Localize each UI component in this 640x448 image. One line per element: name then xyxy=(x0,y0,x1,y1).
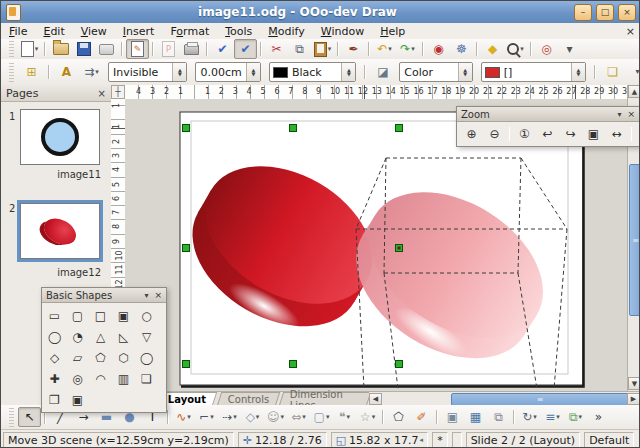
block-arc-icon[interactable]: ◠ xyxy=(89,368,112,389)
spinner-icon[interactable]: ▲▼ xyxy=(571,63,585,81)
save-icon[interactable] xyxy=(72,39,95,59)
regular-pentagon-icon[interactable]: ⬠ xyxy=(89,347,112,368)
menu-format[interactable]: Format xyxy=(162,25,217,38)
frame-icon[interactable]: ▣ xyxy=(66,389,89,410)
diamond-icon[interactable]: ◇ xyxy=(43,347,66,368)
square-icon[interactable]: □ xyxy=(89,305,112,326)
zoom-palette-titlebar[interactable]: Zoom ▾ × xyxy=(457,107,639,122)
dropdown-arrow-icon[interactable]: ▾ xyxy=(328,45,332,53)
symbol-shapes-icon[interactable]: ☺▾ xyxy=(264,407,287,427)
menu-edit[interactable]: Edit xyxy=(35,25,72,38)
cube-icon[interactable]: ❏ xyxy=(135,368,158,389)
zoom-page-icon[interactable]: ▣ xyxy=(582,124,605,144)
rectangle-icon[interactable]: ▭ xyxy=(43,305,66,326)
line-width-spinbox[interactable]: 0.00cm ▲▼ xyxy=(195,62,261,82)
menu-view[interactable]: View xyxy=(73,25,115,38)
gallery-icon[interactable]: ◆ xyxy=(481,39,504,59)
circle-icon[interactable]: ○ xyxy=(135,305,158,326)
open-icon[interactable] xyxy=(49,39,72,59)
dropdown-arrow-icon[interactable]: ▾ xyxy=(302,413,306,421)
undo-icon[interactable]: ↶▾ xyxy=(373,39,396,59)
object-zoom-icon[interactable]: ▦ xyxy=(635,124,640,144)
glue-points-icon[interactable]: ✐ xyxy=(410,407,433,427)
page-thumbnail-1[interactable] xyxy=(20,109,100,165)
dropdown-arrow-icon[interactable]: ▾ xyxy=(346,413,350,421)
titlebar[interactable]: image11.odg - OOo-dev Draw – □ × xyxy=(1,1,640,24)
redo-icon[interactable]: ↷▾ xyxy=(396,39,419,59)
dropdown-arrow-icon[interactable]: ▾ xyxy=(388,45,392,53)
rotate-icon[interactable]: ↻▾ xyxy=(518,407,541,427)
toolbar-options-icon[interactable]: ▾ xyxy=(558,39,581,59)
ruler-origin-button[interactable]: ┼ xyxy=(111,85,125,99)
dropdown-arrow-icon[interactable]: ▾ xyxy=(533,413,537,421)
select-icon[interactable]: ↖ xyxy=(18,407,41,427)
dropdown-arrow-icon[interactable]: ▾ xyxy=(210,413,214,421)
dropdown-arrow-icon[interactable]: ▾ xyxy=(95,68,99,76)
display-grid-icon[interactable]: ⊞ xyxy=(20,62,43,82)
shadow-icon[interactable]: ❏ xyxy=(601,62,624,82)
toolbar-options-icon[interactable]: ▾ xyxy=(626,62,640,82)
gallery-drawing-icon[interactable]: ⧉ xyxy=(487,407,510,427)
fill-color-icon[interactable]: ◪ xyxy=(371,62,394,82)
dropdown-arrow-icon[interactable]: ▾ xyxy=(35,45,39,53)
fontwork-icon[interactable]: ▣ xyxy=(441,407,464,427)
circle-pie-icon[interactable]: ◔ xyxy=(66,326,89,347)
parallelogram-icon[interactable]: ▱ xyxy=(66,347,89,368)
zoom-100-icon[interactable]: ① xyxy=(513,124,536,144)
dropdown-arrow-icon[interactable]: ▾ xyxy=(281,413,285,421)
ellipse-icon[interactable]: ◯ xyxy=(43,326,66,347)
spinner-icon[interactable]: ▲▼ xyxy=(458,63,472,81)
menu-modify[interactable]: Modify xyxy=(260,25,312,38)
tab-dimension-lines[interactable]: Dimension Lines xyxy=(279,392,372,406)
horizontal-ruler[interactable]: 4321123456789101112131415161718192021222… xyxy=(125,85,627,100)
palette-menu-icon[interactable]: ▾ xyxy=(144,291,148,300)
dropdown-arrow-icon[interactable]: ▾ xyxy=(520,45,524,53)
spinner-icon[interactable]: ▲▼ xyxy=(341,63,355,81)
minimize-button[interactable]: – xyxy=(574,4,592,21)
close-icon[interactable]: × xyxy=(154,290,162,300)
scroll-right-icon[interactable]: ▶ xyxy=(627,393,640,405)
tab-controls[interactable]: Controls xyxy=(216,392,280,406)
block-arrows-icon[interactable]: ⇔▾ xyxy=(287,407,310,427)
dropdown-arrow-icon[interactable]: ▾ xyxy=(233,413,237,421)
fill-type-combobox[interactable]: Color ▲▼ xyxy=(399,62,472,82)
scroll-left-icon[interactable]: ◀ xyxy=(369,393,382,405)
paste-icon[interactable]: ▾ xyxy=(311,39,334,59)
cylinder-icon[interactable]: ▥ xyxy=(112,368,135,389)
line-style-combobox[interactable]: Invisible ▲▼ xyxy=(108,62,187,82)
page-thumbnail-2[interactable] xyxy=(20,203,100,259)
flowcharts-icon[interactable]: ▢▾ xyxy=(310,407,333,427)
ring-icon[interactable]: ◎ xyxy=(66,368,89,389)
menu-insert[interactable]: Insert xyxy=(115,25,163,38)
zoom-previous-icon[interactable]: ↩ xyxy=(536,124,559,144)
octagon-icon[interactable]: ◯ xyxy=(135,347,158,368)
arrange-icon[interactable]: ⧉▾ xyxy=(564,407,587,427)
spinner-icon[interactable]: ▲▼ xyxy=(172,63,186,81)
basic-shapes-palette[interactable]: Basic Shapes ▾ × ▭▢□▣○◯◔△◺▽◇▱⬠⬡◯✚◎◠▥❏❐▣ xyxy=(41,287,167,413)
maximize-button[interactable]: □ xyxy=(596,4,614,21)
curve-icon[interactable]: ∿▾ xyxy=(172,407,195,427)
zoom-icon[interactable]: ▾ xyxy=(504,39,527,59)
close-icon[interactable]: × xyxy=(627,109,635,119)
edit-file-icon[interactable]: ✎ xyxy=(126,39,149,59)
close-icon[interactable]: × xyxy=(98,88,106,99)
connector-icon[interactable]: ⌐▾ xyxy=(195,407,218,427)
basic-shapes-icon[interactable]: ◇▾ xyxy=(241,407,264,427)
isosceles-triangle-icon[interactable]: △ xyxy=(89,326,112,347)
slide-indicator[interactable]: Slide 2 / 2 (Layout) xyxy=(466,432,581,448)
cut-icon[interactable]: ✂ xyxy=(265,39,288,59)
rounded-rectangle-icon[interactable]: ▢ xyxy=(66,305,89,326)
arrow-style-icon[interactable]: ⇉▾ xyxy=(80,62,103,82)
zoom-out-icon[interactable]: ⊖ xyxy=(483,124,506,144)
print-icon[interactable] xyxy=(180,39,203,59)
zoom-palette[interactable]: Zoom ▾ × ⊕⊖①↩↪▣↔▦ xyxy=(456,106,640,147)
trapezoid-icon[interactable]: ▽ xyxy=(135,326,158,347)
toolbar-grip[interactable] xyxy=(9,62,14,83)
right-triangle-icon[interactable]: ◺ xyxy=(112,326,135,347)
callouts-icon[interactable]: ❝▾ xyxy=(333,407,356,427)
menu-help[interactable]: Help xyxy=(372,25,413,38)
dropdown-arrow-icon[interactable]: ▾ xyxy=(372,413,376,421)
edit-points-icon[interactable]: ⬠ xyxy=(387,407,410,427)
alignment-icon[interactable]: ≡▾ xyxy=(541,407,564,427)
fill-color-combobox[interactable]: [] ▲▼ xyxy=(481,62,586,82)
